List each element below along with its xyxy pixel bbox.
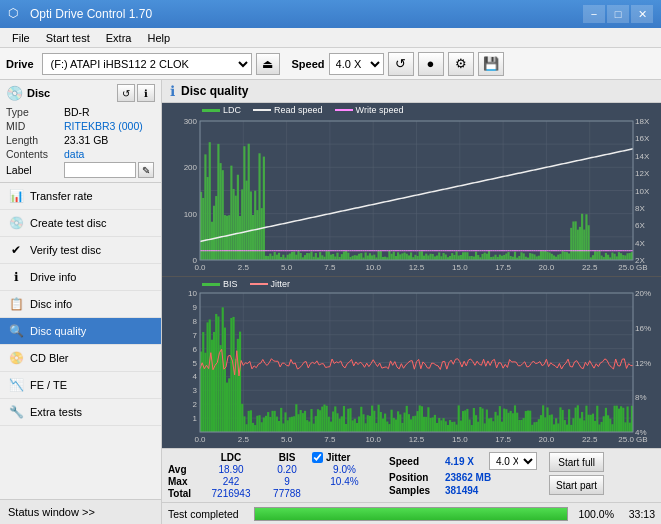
sidebar-item-label: Disc info xyxy=(30,298,72,310)
sidebar-item-label: FE / TE xyxy=(30,379,67,391)
speed-stat-label: Speed xyxy=(389,456,441,467)
sidebar-item-label: Verify test disc xyxy=(30,244,101,256)
menu-file[interactable]: File xyxy=(4,30,38,46)
disc-info-button[interactable]: ℹ xyxy=(137,84,155,102)
jitter-legend-label: Jitter xyxy=(271,279,291,289)
titlebar: ⬡ Opti Drive Control 1.70 − □ ✕ xyxy=(0,0,661,28)
burn-button[interactable]: ● xyxy=(418,52,444,76)
max-bis: 9 xyxy=(262,476,312,487)
label-key: Label xyxy=(6,164,64,176)
maximize-button[interactable]: □ xyxy=(607,5,629,23)
avg-label: Avg xyxy=(168,464,200,475)
start-part-button[interactable]: Start part xyxy=(549,475,604,495)
speed-stat-value: 4.19 X xyxy=(445,456,485,467)
jitter-checkbox[interactable] xyxy=(312,452,323,463)
samples-value: 381494 xyxy=(445,485,478,496)
sidebar-item-label: Create test disc xyxy=(30,217,106,229)
speed-select-stats[interactable]: 4.0 X xyxy=(489,452,537,470)
bis-col-header: BIS xyxy=(262,452,312,463)
mid-label: MID xyxy=(6,120,64,132)
disc-panel-title: Disc xyxy=(27,87,117,99)
length-label: Length xyxy=(6,134,64,146)
progress-bar-fill xyxy=(255,508,567,520)
total-ldc: 7216943 xyxy=(200,488,262,499)
sidebar-item-label: Drive info xyxy=(30,271,76,283)
save-button[interactable]: 💾 xyxy=(478,52,504,76)
sidebar-item-fe-te[interactable]: 📉 FE / TE xyxy=(0,372,161,399)
progress-bar-track xyxy=(254,507,568,521)
label-edit-button[interactable]: ✎ xyxy=(138,162,154,178)
status-window-button[interactable]: Status window >> xyxy=(0,499,161,524)
drive-toolbar: Drive (F:) ATAPI iHBS112 2 CLOK ⏏ Speed … xyxy=(0,48,661,80)
sidebar-item-disc-quality[interactable]: 🔍 Disc quality xyxy=(0,318,161,345)
sidebar-item-label: Extra tests xyxy=(30,406,82,418)
max-ldc: 242 xyxy=(200,476,262,487)
close-button[interactable]: ✕ xyxy=(631,5,653,23)
ldc-col-header: LDC xyxy=(200,452,262,463)
speed-select[interactable]: 4.0 X xyxy=(329,53,384,75)
stats-table: LDC BIS Jitter Avg 18.90 0.20 9.0% xyxy=(168,452,377,499)
ldc-legend-label: LDC xyxy=(223,105,241,115)
top-legend: LDC Read speed Write speed xyxy=(202,105,403,115)
sidebar-item-transfer-rate[interactable]: 📊 Transfer rate xyxy=(0,183,161,210)
progress-percent: 100.0% xyxy=(574,508,614,520)
contents-label: Contents xyxy=(6,148,64,160)
sidebar-item-disc-info[interactable]: 📋 Disc info xyxy=(0,291,161,318)
bottom-legend: BIS Jitter xyxy=(202,279,290,289)
start-full-button[interactable]: Start full xyxy=(549,452,604,472)
menu-help[interactable]: Help xyxy=(139,30,178,46)
disc-quality-title: Disc quality xyxy=(181,84,248,98)
avg-ldc: 18.90 xyxy=(200,464,262,475)
bis-chart-container: BIS Jitter xyxy=(162,277,661,448)
extra-tests-icon: 🔧 xyxy=(8,404,24,420)
sidebar-item-verify-test-disc[interactable]: ✔ Verify test disc xyxy=(0,237,161,264)
type-value: BD-R xyxy=(64,106,90,118)
sidebar-item-drive-info[interactable]: ℹ Drive info xyxy=(0,264,161,291)
label-input[interactable] xyxy=(64,162,136,178)
total-label: Total xyxy=(168,488,200,499)
create-test-disc-icon: 💿 xyxy=(8,215,24,231)
drive-info-icon: ℹ xyxy=(8,269,24,285)
avg-jitter: 9.0% xyxy=(312,464,377,475)
disc-panel: 💿 Disc ↺ ℹ Type BD-R MID RITEKBR3 (000) … xyxy=(0,80,161,183)
settings-button[interactable]: ⚙ xyxy=(448,52,474,76)
total-bis: 77788 xyxy=(262,488,312,499)
speed-label: Speed xyxy=(292,58,325,70)
disc-quality-icon: 🔍 xyxy=(8,323,24,339)
drive-select[interactable]: (F:) ATAPI iHBS112 2 CLOK xyxy=(42,53,252,75)
app-icon: ⬡ xyxy=(8,6,24,22)
menu-start-test[interactable]: Start test xyxy=(38,30,98,46)
sidebar-item-label: CD Bler xyxy=(30,352,69,364)
length-value: 23.31 GB xyxy=(64,134,108,146)
bis-legend-color xyxy=(202,283,220,286)
total-jitter xyxy=(312,488,377,499)
progress-area: Test completed 100.0% 33:13 xyxy=(162,502,661,524)
sidebar-item-extra-tests[interactable]: 🔧 Extra tests xyxy=(0,399,161,426)
refresh-button[interactable]: ↺ xyxy=(388,52,414,76)
disc-quality-header-icon: ℹ xyxy=(170,83,175,99)
ldc-chart-container: LDC Read speed Write speed xyxy=(162,103,661,277)
max-label: Max xyxy=(168,476,200,487)
eject-button[interactable]: ⏏ xyxy=(256,53,280,75)
sidebar-item-label: Disc quality xyxy=(30,325,86,337)
menu-extra[interactable]: Extra xyxy=(98,30,140,46)
jitter-col-header: Jitter xyxy=(326,452,350,463)
sidebar-item-label: Transfer rate xyxy=(30,190,93,202)
disc-quality-header: ℹ Disc quality xyxy=(162,80,661,103)
type-label: Type xyxy=(6,106,64,118)
bis-legend-label: BIS xyxy=(223,279,238,289)
read-speed-legend-label: Read speed xyxy=(274,105,323,115)
ldc-legend-color xyxy=(202,109,220,112)
sidebar-item-create-test-disc[interactable]: 💿 Create test disc xyxy=(0,210,161,237)
status-window-label: Status window >> xyxy=(8,506,95,518)
drive-label: Drive xyxy=(6,58,34,70)
disc-refresh-button[interactable]: ↺ xyxy=(117,84,135,102)
avg-bis: 0.20 xyxy=(262,464,312,475)
nav-items: 📊 Transfer rate 💿 Create test disc ✔ Ver… xyxy=(0,183,161,499)
cd-bler-icon: 📀 xyxy=(8,350,24,366)
window-title: Opti Drive Control 1.70 xyxy=(30,7,583,21)
minimize-button[interactable]: − xyxy=(583,5,605,23)
verify-test-disc-icon: ✔ xyxy=(8,242,24,258)
write-speed-legend-color xyxy=(335,109,353,111)
sidebar-item-cd-bler[interactable]: 📀 CD Bler xyxy=(0,345,161,372)
